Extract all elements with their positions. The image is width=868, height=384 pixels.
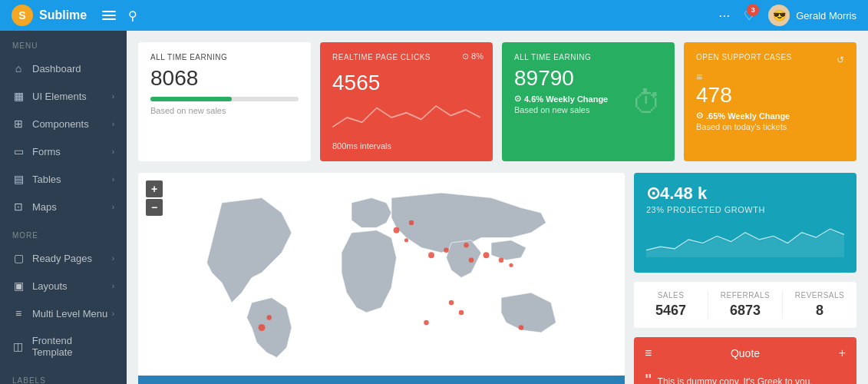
svg-point-4 (409, 220, 414, 226)
notifications-button[interactable]: ♡ 3 (744, 8, 754, 23)
stat-value: 6873 (708, 303, 782, 319)
stat-value: 8 (783, 303, 856, 319)
sidebar-item-components[interactable]: ⊞ Components › (0, 110, 127, 137)
quote-content: This is dummy copy. It's Greek to you. U… (645, 376, 844, 384)
chevron-right-icon: › (112, 147, 114, 156)
user-menu[interactable]: 😎 Gerald Morris (768, 5, 856, 26)
quote-text: " This is dummy copy. It's Greek to you.… (645, 368, 846, 384)
quote-title: Quote (731, 347, 760, 359)
svg-point-12 (469, 258, 474, 263)
card-value: 8068 (150, 66, 299, 91)
sidebar-item-label: UI Elements (32, 91, 87, 102)
svg-point-10 (499, 258, 504, 263)
growth-label: 23% PROJECTED GROWTH (646, 205, 844, 214)
quote-card: ≡ Quote + " This is dummy copy. It's Gre… (634, 337, 856, 384)
bottom-stats-bar: 4265 59020 9071 7070 (138, 376, 625, 384)
chevron-right-icon: › (112, 310, 114, 318)
svg-point-9 (484, 252, 490, 258)
topbar: S Sublime ⚲ ··· ♡ 3 😎 Gerald Morris (0, 0, 868, 31)
card-value: 478 (696, 83, 844, 108)
referrals-stat: REFERRALS 6873 (708, 291, 783, 319)
card-title: REALTIME PAGE CLICKS (332, 53, 431, 61)
svg-point-11 (509, 263, 513, 267)
card-sub: 800ms intervals (332, 141, 480, 151)
sidebar-item-frontend[interactable]: ◫ Frontend Template (0, 327, 127, 366)
more-options-button[interactable]: ··· (718, 8, 730, 24)
map-container: + − (138, 173, 625, 384)
sidebar-item-ui-elements[interactable]: ▦ UI Elements › (0, 82, 127, 110)
user-avatar: 😎 (768, 5, 790, 26)
multilevel-icon: ≡ (12, 307, 25, 319)
sidebar-item-ready-pages[interactable]: ▢ Ready Pages › (0, 244, 127, 272)
sparkline-chart (332, 98, 480, 137)
stat-label: REVERSALS (783, 291, 856, 300)
cards-row: ALL TIME EARNING 8068 Based on new sales… (127, 31, 868, 173)
sidebar-item-label: Layouts (32, 280, 68, 292)
notification-badge: 3 (747, 4, 759, 16)
sidebar-item-dashboard[interactable]: ⌂ Dashboard (0, 55, 127, 82)
svg-point-8 (404, 238, 408, 242)
sidebar-item-label: Dashboard (32, 63, 81, 74)
sidebar-item-forms[interactable]: ▭ Forms › (0, 137, 127, 165)
progress-bar-bg (150, 97, 299, 101)
logo-char: S (18, 9, 25, 22)
app-name: Sublime (39, 8, 87, 22)
quote-add-button[interactable]: + (839, 346, 846, 360)
main-layout: MENU ⌂ Dashboard ▦ UI Elements › ⊞ Compo… (0, 31, 868, 384)
menu-section-label: MENU (0, 31, 127, 55)
hamburger-button[interactable] (102, 11, 116, 20)
svg-point-16 (519, 325, 524, 330)
right-panel: ⊙4.48 k 23% PROJECTED GROWTH SALES 5467 … (634, 173, 856, 384)
sidebar-item-tables[interactable]: ▤ Tables › (0, 165, 127, 193)
sidebar-item-multilevel[interactable]: ≡ Multi Level Menu › (0, 300, 127, 327)
sales-stat: SALES 5467 (634, 291, 708, 319)
card-title: ALL TIME EARNING (150, 53, 299, 61)
user-name: Gerald Morris (796, 10, 856, 22)
svg-point-15 (424, 320, 429, 326)
card-title: ALL TIME EARNING (514, 53, 662, 61)
svg-point-2 (267, 315, 272, 320)
card-sub: Based on today's tickets (696, 122, 844, 131)
sidebar-item-label: Multi Level Menu (32, 308, 107, 319)
stat-label: REFERRALS (708, 291, 782, 300)
map-controls: + − (146, 180, 163, 216)
ui-elements-icon: ▦ (12, 90, 25, 102)
sidebar-item-label: Components (32, 118, 89, 130)
svg-point-3 (394, 227, 400, 233)
ready-pages-icon: ▢ (12, 252, 25, 264)
svg-point-5 (428, 252, 434, 258)
frontend-icon: ◫ (12, 340, 25, 353)
zoom-in-button[interactable]: + (146, 180, 163, 197)
sidebar-item-maps[interactable]: ⊡ Maps › (0, 193, 127, 220)
growth-card: ⊙4.48 k 23% PROJECTED GROWTH (634, 173, 856, 273)
svg-point-7 (464, 243, 469, 248)
card-title: OPEN SUPPORT CASES (696, 53, 792, 61)
chevron-right-icon: › (112, 282, 114, 290)
components-icon: ⊞ (12, 118, 25, 130)
more-section-label: MORE (0, 220, 127, 244)
card-change: ⊙ .65% Weekly Change (696, 111, 844, 121)
stat-label: SALES (634, 291, 708, 300)
topbar-actions: ··· ♡ 3 😎 Gerald Morris (718, 5, 856, 26)
card-sub: Based on new sales (150, 106, 299, 115)
sidebar-item-layouts[interactable]: ▣ Layouts › (0, 272, 127, 300)
support-cases-card: OPEN SUPPORT CASES ↺ ≡ 478 ⊙ .65% Weekly… (684, 42, 856, 161)
bottom-area: + − (127, 173, 868, 384)
zoom-out-button[interactable]: − (146, 199, 163, 216)
change-icon: ⊙ (696, 111, 703, 121)
chevron-right-icon: › (112, 203, 114, 211)
change-text: 4.6% Weekly Change (524, 94, 608, 104)
growth-value: ⊙4.48 k (646, 184, 844, 204)
change-icon: ⊙ (514, 94, 521, 104)
app-logo: S Sublime (12, 5, 87, 26)
dashboard-icon: ⌂ (12, 62, 25, 74)
svg-point-6 (444, 248, 449, 253)
logo-icon: S (12, 5, 33, 26)
search-button[interactable]: ⚲ (128, 8, 137, 23)
quote-card-header: ≡ Quote + (645, 346, 846, 360)
chevron-right-icon: › (112, 175, 114, 184)
progress-bar-fill (150, 97, 232, 101)
chevron-right-icon: › (112, 92, 114, 101)
svg-point-13 (449, 300, 454, 306)
reversals-stat: REVERSALS 8 (783, 291, 856, 319)
